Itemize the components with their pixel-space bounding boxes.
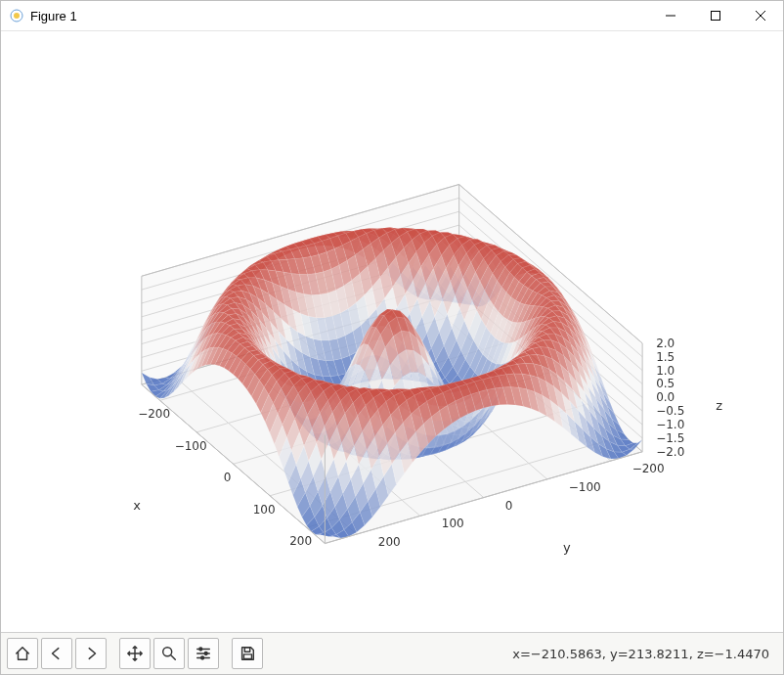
svg-text:200: 200	[289, 534, 312, 548]
svg-text:0: 0	[224, 471, 232, 484]
close-button[interactable]	[738, 1, 783, 30]
svg-text:200: 200	[378, 535, 401, 549]
svg-text:−200: −200	[138, 407, 170, 421]
svg-text:1.5: 1.5	[656, 350, 675, 364]
svg-text:1.0: 1.0	[656, 364, 675, 378]
svg-rect-1680	[243, 654, 251, 659]
svg-text:−1.0: −1.0	[656, 418, 684, 431]
minimize-button[interactable]	[648, 1, 693, 30]
svg-text:−1.5: −1.5	[656, 431, 684, 445]
maximize-button[interactable]	[693, 1, 738, 30]
svg-text:0.0: 0.0	[656, 390, 675, 404]
svg-line-1672	[171, 655, 176, 660]
svg-text:x: x	[133, 498, 141, 513]
title-bar: Figure 1	[1, 1, 783, 31]
plot-canvas[interactable]: −200−1000100200−200−1000100200−2.0−1.5−1…	[1, 31, 783, 632]
svg-text:−0.5: −0.5	[656, 404, 684, 418]
svg-point-1678	[201, 656, 204, 659]
svg-text:0.5: 0.5	[656, 377, 675, 390]
zoom-button[interactable]	[153, 638, 185, 669]
svg-text:100: 100	[253, 503, 276, 517]
app-icon	[9, 8, 24, 23]
svg-point-1676	[199, 648, 202, 651]
save-button[interactable]	[232, 638, 263, 669]
svg-text:−2.0: −2.0	[656, 445, 684, 459]
forward-button[interactable]	[75, 638, 107, 669]
svg-text:2.0: 2.0	[656, 337, 675, 350]
svg-rect-3	[712, 12, 720, 21]
svg-text:0: 0	[505, 499, 513, 513]
svg-text:y: y	[563, 540, 571, 555]
svg-text:100: 100	[442, 517, 464, 530]
cursor-coordinates: x=−210.5863, y=213.8211, z=−1.4470	[512, 647, 769, 661]
figure-window: Figure 1 −200−1000100200−200−1000100200−…	[0, 0, 784, 675]
home-button[interactable]	[7, 638, 38, 669]
svg-text:−200: −200	[632, 462, 665, 475]
back-button[interactable]	[41, 638, 72, 669]
svg-text:z: z	[716, 398, 722, 413]
svg-rect-1679	[244, 648, 249, 652]
svg-point-1677	[204, 652, 207, 655]
window-title: Figure 1	[30, 9, 77, 23]
pan-button[interactable]	[119, 638, 151, 669]
configure-subplots-button[interactable]	[188, 638, 219, 669]
matplotlib-toolbar: x=−210.5863, y=213.8211, z=−1.4470	[1, 632, 783, 674]
svg-point-1	[14, 13, 20, 19]
svg-text:−100: −100	[175, 439, 207, 453]
svg-text:−100: −100	[569, 480, 601, 494]
